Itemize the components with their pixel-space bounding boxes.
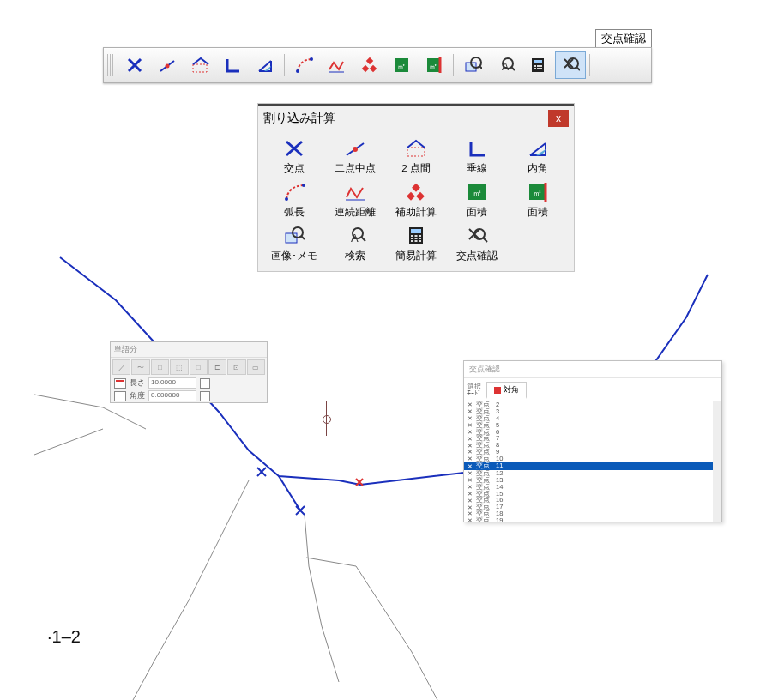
length-label: 長さ bbox=[130, 377, 145, 389]
tb-image-memo[interactable] bbox=[457, 51, 488, 79]
calc-item-label: 簡易計算 bbox=[395, 250, 437, 262]
svg-rect-66 bbox=[414, 235, 417, 237]
svg-line-39 bbox=[576, 67, 580, 70]
calc-item-label: 補助計算 bbox=[395, 206, 437, 219]
lp-tool-3[interactable]: □ bbox=[151, 359, 169, 375]
tb-continuous-dist[interactable] bbox=[321, 51, 352, 79]
length-swatch-icon bbox=[114, 378, 126, 389]
svg-line-45 bbox=[530, 143, 546, 155]
tooltip-intersection-check: 交点確認 bbox=[595, 29, 652, 48]
toolbar-grip[interactable] bbox=[107, 54, 114, 76]
ix-row[interactable]: ✕交点5 bbox=[464, 422, 713, 429]
image-memo-icon bbox=[280, 224, 309, 248]
svg-rect-15 bbox=[362, 65, 369, 72]
tb-inner-angle[interactable] bbox=[250, 51, 280, 79]
angle-swatch-icon bbox=[114, 391, 126, 401]
midpoint-icon bbox=[341, 136, 370, 160]
calc-continuous-dist[interactable]: 連続距離 bbox=[326, 180, 383, 219]
svg-rect-64 bbox=[411, 229, 421, 233]
lp-tool-1[interactable]: ／ bbox=[112, 359, 130, 375]
calc-item-label: 二点中点 bbox=[335, 162, 376, 175]
calc-intersection[interactable]: 交点 bbox=[265, 136, 323, 175]
tb-area-green[interactable]: ㎡ bbox=[386, 51, 417, 79]
ix-list[interactable]: ✕交点2✕交点3✕交点4✕交点5✕交点6✕交点7✕交点8✕交点9✕交点10✕交点… bbox=[464, 401, 721, 522]
calc-perpendicular[interactable]: 垂線 bbox=[449, 136, 506, 175]
intersection-check-icon bbox=[462, 224, 492, 248]
ix-panel-title[interactable]: 交点確認 bbox=[464, 361, 721, 378]
calc-item-label: 面積 bbox=[528, 206, 548, 219]
ix-tab-label: 対角 bbox=[504, 384, 519, 395]
calc-item-label: 連続距離 bbox=[335, 206, 376, 219]
figure-caption: ·1–2 bbox=[47, 627, 81, 647]
calc-image-memo[interactable]: 画像･メモ bbox=[265, 224, 323, 262]
intersection-list-panel: 交点確認 選択 ﾓｰﾄﾞ 対角 ✕交点2✕交点3✕交点4✕交点5✕交点6✕交点7… bbox=[463, 360, 722, 522]
calculator-icon bbox=[401, 224, 431, 248]
calc-arc-length[interactable]: 弧長 bbox=[265, 180, 323, 219]
calc-area-green[interactable]: ㎡ 面積 bbox=[449, 180, 506, 219]
calc-aux-calc[interactable]: 補助計算 bbox=[387, 180, 444, 219]
ix-row[interactable]: ✕交点4 bbox=[464, 415, 713, 422]
svg-rect-34 bbox=[537, 68, 540, 69]
tb-arc-length[interactable] bbox=[288, 51, 319, 79]
diamond-icon bbox=[401, 180, 431, 204]
svg-point-46 bbox=[285, 197, 288, 201]
calc-area-red[interactable]: ㎡ 面積 bbox=[510, 180, 567, 219]
lp-tool-4[interactable]: ⬚ bbox=[170, 359, 188, 375]
svg-line-62 bbox=[361, 237, 365, 241]
calc-simple-calc[interactable]: 簡易計算 bbox=[387, 224, 444, 262]
calc-inner-angle[interactable]: 内角 bbox=[510, 136, 567, 175]
calc-grid: 交点 二点中点 2 点間 垂線 内角 弧長 連続距離 補助計算 bbox=[258, 131, 574, 271]
svg-rect-72 bbox=[414, 240, 417, 242]
angle-icon bbox=[523, 136, 552, 160]
angle-field[interactable]: 0.000000 bbox=[148, 390, 196, 401]
lp-tool-5[interactable]: □ bbox=[190, 359, 208, 375]
calc-search[interactable]: A 検索 bbox=[326, 224, 383, 262]
svg-rect-65 bbox=[411, 235, 413, 237]
two-dist-icon bbox=[401, 136, 431, 160]
lp-tool-2[interactable]: 〜 bbox=[131, 359, 149, 375]
tb-search[interactable]: A bbox=[490, 51, 521, 79]
ix-row[interactable]: ✕交点6 bbox=[464, 429, 713, 436]
length-checkbox[interactable] bbox=[200, 378, 210, 389]
svg-rect-29 bbox=[534, 60, 542, 63]
lp-tool-7[interactable]: ⊡ bbox=[227, 359, 245, 375]
svg-rect-44 bbox=[407, 148, 425, 156]
svg-rect-69 bbox=[414, 238, 417, 239]
calc-two-point-dist[interactable]: 2 点間 bbox=[387, 136, 444, 175]
tb-perpendicular[interactable] bbox=[217, 51, 248, 79]
svg-text:㎡: ㎡ bbox=[533, 188, 542, 198]
svg-rect-35 bbox=[540, 68, 542, 69]
ix-tab-diagonal[interactable]: 対角 bbox=[486, 382, 527, 399]
tb-two-point-dist[interactable] bbox=[184, 51, 215, 79]
tb-simple-calc[interactable] bbox=[522, 51, 553, 79]
calc-panel: 割り込み計算 x 交点 二点中点 2 点間 垂線 内角 弧長 bbox=[257, 103, 575, 272]
ix-row[interactable]: ✕交点3 bbox=[464, 408, 713, 415]
svg-rect-50 bbox=[407, 192, 415, 201]
svg-text:㎡: ㎡ bbox=[473, 188, 482, 198]
red-square-icon bbox=[494, 387, 501, 394]
line-panel-title[interactable]: 単語分 bbox=[111, 342, 267, 358]
tb-area-red[interactable]: ㎡ bbox=[419, 51, 449, 79]
calc-item-label: 画像･メモ bbox=[271, 250, 317, 262]
tb-midpoint[interactable] bbox=[152, 51, 183, 79]
ix-row[interactable]: ✕交点2 bbox=[464, 401, 713, 408]
lp-tool-6[interactable]: ⊏ bbox=[208, 359, 226, 375]
ix-row[interactable]: ✕交点7 bbox=[464, 435, 713, 442]
calc-intersection-check[interactable]: 交点確認 bbox=[449, 224, 506, 262]
ix-row[interactable]: ✕交点19 bbox=[464, 517, 713, 522]
calc-item-label: 内角 bbox=[528, 162, 548, 175]
tb-intersection-check[interactable] bbox=[555, 51, 586, 79]
svg-rect-33 bbox=[534, 68, 536, 69]
tb-intersection[interactable] bbox=[119, 51, 150, 79]
svg-rect-49 bbox=[412, 184, 420, 192]
ix-row[interactable]: ✕交点8 bbox=[464, 442, 713, 449]
svg-rect-73 bbox=[419, 240, 421, 242]
lp-tool-8[interactable]: ▭ bbox=[247, 359, 265, 375]
calc-panel-close[interactable]: x bbox=[548, 110, 569, 127]
angle-checkbox[interactable] bbox=[200, 391, 210, 401]
calc-midpoint[interactable]: 二点中点 bbox=[326, 136, 383, 175]
arc-icon bbox=[280, 180, 309, 204]
length-field[interactable]: 10.0000 bbox=[148, 377, 196, 389]
svg-rect-32 bbox=[540, 65, 542, 67]
tb-aux-calc[interactable] bbox=[353, 51, 384, 79]
